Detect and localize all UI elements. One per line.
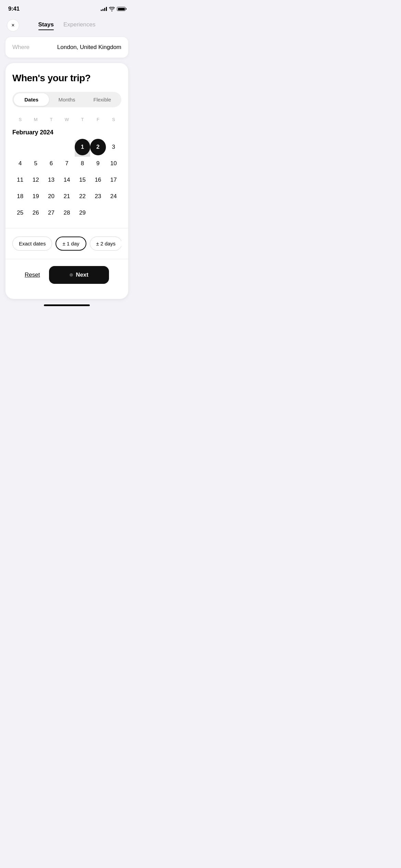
day-empty [106,205,121,221]
day-15[interactable]: 15 [75,172,90,188]
day-9[interactable]: 9 [90,155,106,172]
day-24[interactable]: 24 [106,188,121,205]
card-title: When's your trip? [12,73,121,84]
day-23[interactable]: 23 [90,188,106,205]
flex-row: Exact dates ± 1 day ± 2 days ± 3 days [12,237,121,252]
where-card[interactable]: Where London, United Kingdom [5,37,128,58]
day-16[interactable]: 16 [90,172,106,188]
day-10[interactable]: 10 [106,155,121,172]
flex-1day-btn[interactable]: ± 1 day [56,237,86,251]
weekday-s1: S [12,116,28,123]
weekday-f: F [90,116,106,123]
tab-stays[interactable]: Stays [38,21,54,29]
day-29[interactable]: 29 [75,205,90,221]
next-button[interactable]: Next [49,266,109,284]
flex-exact-btn[interactable]: Exact dates [12,237,52,251]
flex-2days-btn[interactable]: ± 2 days [90,237,122,251]
day-28[interactable]: 28 [59,205,74,221]
date-toggle: Dates Months Flexible [12,92,121,107]
weekday-w: W [59,116,74,123]
day-8[interactable]: 8 [75,155,90,172]
day-empty [12,139,28,155]
header-nav: × Stays Experiences [0,16,134,37]
day-13[interactable]: 13 [44,172,59,188]
toggle-flexible[interactable]: Flexible [85,93,120,106]
status-bar: 9:41 [0,0,134,16]
days-grid: 1 2 3 4 5 6 7 8 9 10 11 12 13 14 15 16 1… [12,139,121,221]
day-4[interactable]: 4 [12,155,28,172]
where-label: Where [12,44,29,51]
day-empty [44,139,59,155]
toggle-months[interactable]: Months [49,93,84,106]
day-empty [59,139,74,155]
next-label: Next [76,272,88,278]
status-icons [101,7,125,11]
weekday-m: M [28,116,43,123]
weekday-row: S M T W T F S [12,116,121,123]
day-12[interactable]: 12 [28,172,43,188]
tab-experiences[interactable]: Experiences [63,21,96,29]
day-5[interactable]: 5 [28,155,43,172]
day-3[interactable]: 3 [106,139,121,155]
toggle-dates[interactable]: Dates [14,93,49,106]
weekday-t2: T [75,116,90,123]
next-dot [70,273,73,277]
wifi-icon [109,7,115,11]
day-7[interactable]: 7 [59,155,74,172]
day-11[interactable]: 11 [12,172,28,188]
day-6[interactable]: 6 [44,155,59,172]
reset-button[interactable]: Reset [25,272,40,278]
day-empty [28,139,43,155]
day-26[interactable]: 26 [28,205,43,221]
day-20[interactable]: 20 [44,188,59,205]
day-18[interactable]: 18 [12,188,28,205]
day-14[interactable]: 14 [59,172,74,188]
day-1[interactable]: 1 [75,139,90,155]
signal-icon [101,7,107,11]
calendar: S M T W T F S February 2024 1 2 3 [12,116,121,221]
day-2[interactable]: 2 [90,139,106,155]
day-empty [90,205,106,221]
where-value: London, United Kingdom [57,44,121,51]
status-time: 9:41 [8,5,20,12]
day-21[interactable]: 21 [59,188,74,205]
divider [5,228,128,228]
month-label: February 2024 [12,129,121,136]
day-17[interactable]: 17 [106,172,121,188]
weekday-t1: T [44,116,59,123]
day-22[interactable]: 22 [75,188,90,205]
main-card: When's your trip? Dates Months Flexible … [5,63,128,299]
nav-tabs: Stays Experiences [7,21,127,29]
day-25[interactable]: 25 [12,205,28,221]
day-27[interactable]: 27 [44,205,59,221]
day-19[interactable]: 19 [28,188,43,205]
home-indicator [44,304,90,306]
bottom-bar: Reset Next [18,259,116,292]
battery-icon [117,7,125,11]
weekday-s2: S [106,116,121,123]
